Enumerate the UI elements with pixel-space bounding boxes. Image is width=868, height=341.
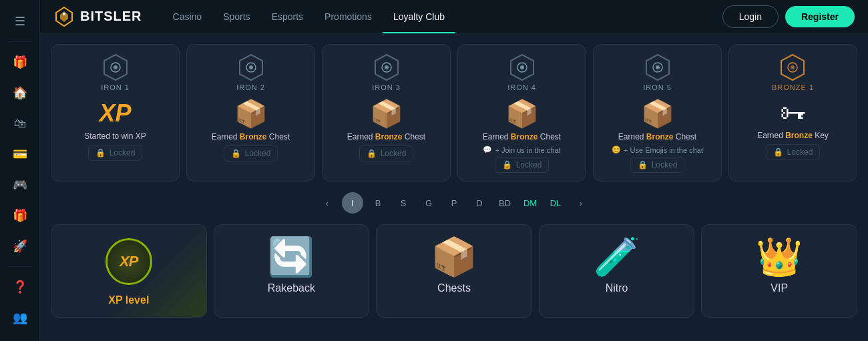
page-btn-b[interactable]: B — [367, 192, 389, 214]
level-name-bronze1: BRONZE 1 — [772, 83, 814, 91]
lock-icon-bronze1: 🔒 — [773, 147, 783, 157]
feature-card-chests[interactable]: 📦 Chests — [376, 224, 532, 318]
sidebar-icon-game[interactable]: 🎮 — [7, 172, 33, 198]
level-name-iron5: IRON 5 — [643, 83, 672, 91]
sidebar-icon-rocket[interactable]: 🚀 — [7, 233, 33, 260]
locked-badge-bronze1: 🔒 Locked — [766, 144, 821, 160]
level-card-iron4: IRON 4 📦 Earned Bronze Chest 💬 + Join us… — [457, 44, 586, 182]
page-btn-p[interactable]: P — [443, 192, 465, 214]
badge-hex-iron2 — [236, 53, 266, 82]
page-next-button[interactable]: › — [570, 192, 592, 214]
login-button[interactable]: Login — [722, 5, 779, 28]
sidebar-icon-card[interactable]: 💳 — [7, 141, 33, 167]
sidebar-icon-present[interactable]: 🎁 — [7, 202, 33, 229]
feature-label-vip: VIP — [771, 282, 788, 294]
chests-icon: 📦 — [431, 238, 477, 276]
svg-point-17 — [656, 65, 660, 69]
page-btn-i[interactable]: I — [342, 192, 363, 214]
svg-rect-2 — [63, 13, 65, 15]
nav-casino[interactable]: Casino — [162, 0, 213, 33]
svg-point-14 — [520, 65, 524, 69]
feature-card-xp[interactable]: XP XP level — [51, 224, 207, 318]
page-btn-dl[interactable]: DL — [545, 192, 566, 214]
page-btn-d[interactable]: D — [469, 192, 490, 214]
pagination: ‹ I B S G P D BD DM DL › — [51, 192, 857, 214]
level-card-iron5: IRON 5 📦 Earned Bronze Chest 😊 + Use Emo… — [593, 44, 722, 182]
nav-promotions[interactable]: Promotions — [314, 0, 383, 33]
feature-label-chests: Chests — [437, 282, 471, 294]
logo-icon — [53, 6, 75, 27]
locked-badge-iron5: 🔒 Locked — [630, 157, 685, 173]
level-card-iron1: IRON 1 XP Started to win XP 🔒 Locked — [51, 44, 180, 182]
feature-card-vip[interactable]: 👑 VIP — [701, 224, 857, 318]
svg-point-8 — [249, 65, 253, 69]
svg-point-11 — [385, 65, 389, 69]
level-badge-iron3: IRON 3 — [372, 53, 401, 91]
feature-label-xp: XP level — [108, 294, 149, 306]
card-extra-iron4: 💬 + Join us in the chat — [483, 145, 560, 154]
content-area: IRON 1 XP Started to win XP 🔒 Locked — [40, 33, 868, 341]
page-btn-dm[interactable]: DM — [519, 192, 541, 214]
sidebar-icon-home[interactable]: 🏠 — [7, 79, 33, 106]
chest-reward-icon-iron2: 📦 — [234, 98, 268, 129]
locked-badge-iron2: 🔒 Locked — [224, 145, 278, 161]
emoji-icon: 😊 — [612, 145, 621, 154]
level-badge-bronze1: BRONZE 1 — [772, 53, 814, 91]
page-btn-bd[interactable]: BD — [494, 192, 515, 214]
level-card-bronze1: BRONZE 1 🗝 Earned Bronze Key 🔒 Locked — [728, 44, 857, 182]
nav-sports[interactable]: Sports — [212, 0, 260, 33]
level-name-iron2: IRON 2 — [236, 83, 265, 91]
rakeback-icon: 🔄 — [268, 238, 314, 276]
badge-hex-iron3 — [372, 53, 401, 82]
lock-icon-iron1: 🔒 — [95, 148, 105, 157]
sidebar-icon-gift[interactable]: 🎁 — [7, 49, 33, 75]
topnav: BITSLER Casino Sports Esports Promotions… — [40, 0, 868, 33]
logo[interactable]: BITSLER — [53, 6, 142, 27]
level-cards-row: IRON 1 XP Started to win XP 🔒 Locked — [51, 44, 857, 182]
chest-reward-icon-iron4: 📦 — [505, 98, 539, 129]
features-row: XP XP level 🔄 Rakeback 📦 Chests 🧪 Nitro … — [51, 224, 857, 318]
level-card-iron3: IRON 3 📦 Earned Bronze Chest 🔒 Locked — [322, 44, 451, 182]
chest-reward-icon-iron5: 📦 — [641, 98, 674, 129]
page-prev-button[interactable]: ‹ — [316, 192, 338, 214]
page-btn-g[interactable]: G — [418, 192, 439, 214]
feature-card-rakeback[interactable]: 🔄 Rakeback — [214, 224, 370, 318]
chest-reward-icon-iron3: 📦 — [370, 98, 403, 129]
sidebar-divider-1 — [8, 41, 32, 42]
lock-icon-iron5: 🔒 — [638, 160, 648, 169]
lock-icon-iron4: 🔒 — [502, 160, 512, 169]
lock-icon-iron3: 🔒 — [367, 149, 377, 158]
lock-icon-iron2: 🔒 — [231, 149, 241, 158]
nav-links: Casino Sports Esports Promotions Loyalty… — [162, 0, 722, 33]
xp-level-icon: XP — [105, 238, 152, 285]
logo-text: BITSLER — [80, 9, 142, 24]
locked-badge-iron4: 🔒 Locked — [495, 157, 550, 173]
page-btn-s[interactable]: S — [393, 192, 414, 214]
svg-point-5 — [114, 65, 118, 69]
sidebar-menu-icon[interactable]: ☰ — [7, 8, 33, 35]
card-desc-iron5: Earned Bronze Chest — [618, 132, 696, 141]
card-desc-iron1: Started to win XP — [84, 131, 146, 141]
locked-badge-iron3: 🔒 Locked — [359, 145, 414, 161]
level-name-iron4: IRON 4 — [507, 83, 536, 91]
sidebar-icon-users[interactable]: 👥 — [7, 304, 33, 331]
level-card-iron2: IRON 2 📦 Earned Bronze Chest 🔒 Locked — [186, 44, 315, 182]
svg-point-20 — [791, 65, 795, 69]
level-name-iron3: IRON 3 — [372, 83, 401, 91]
key-reward-icon: 🗝 — [780, 98, 807, 128]
sidebar-icon-shop[interactable]: 🛍 — [7, 110, 33, 137]
register-button[interactable]: Register — [785, 6, 855, 27]
feature-card-nitro[interactable]: 🧪 Nitro — [539, 224, 695, 318]
level-badge-iron5: IRON 5 — [643, 53, 672, 91]
nitro-icon: 🧪 — [594, 238, 640, 276]
feature-label-rakeback: Rakeback — [268, 282, 315, 294]
card-desc-iron3: Earned Bronze Chest — [347, 132, 425, 141]
nav-actions: Login Register — [722, 5, 855, 28]
sidebar-icon-help[interactable]: ❓ — [7, 274, 33, 300]
locked-badge-iron1: 🔒 Locked — [88, 145, 143, 161]
nav-esports[interactable]: Esports — [261, 0, 314, 33]
card-desc-bronze1: Earned Bronze Key — [757, 131, 829, 140]
nav-loyalty-club[interactable]: Loyalty Club — [383, 0, 455, 33]
badge-hex-iron1 — [101, 53, 130, 82]
badge-hex-iron5 — [643, 53, 672, 82]
